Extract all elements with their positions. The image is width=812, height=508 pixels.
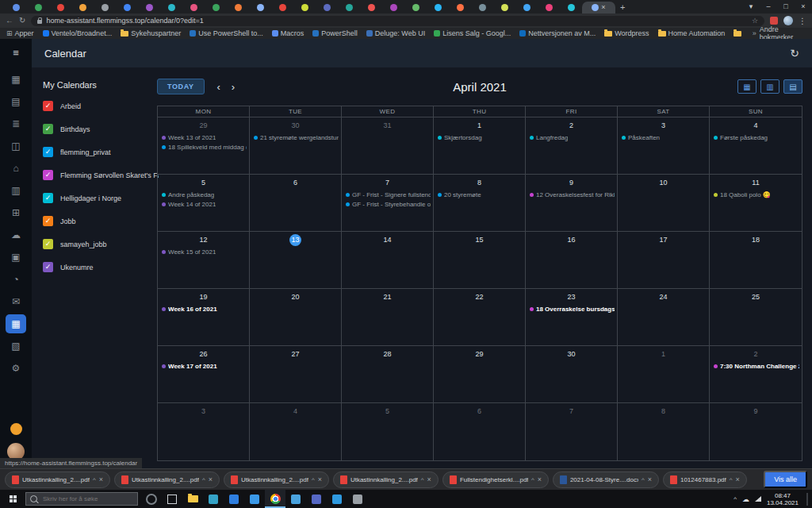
calendar-checkbox[interactable]: ✓	[43, 193, 53, 203]
browser-tab[interactable]	[138, 2, 160, 13]
download-menu-icon[interactable]: ^	[531, 476, 534, 483]
calendar-toggle-item[interactable]: ✓flemming_privat	[43, 147, 159, 157]
minimize-button[interactable]: –	[760, 0, 777, 13]
tab-search-icon[interactable]: ▾	[742, 0, 760, 13]
calendar-day-cell[interactable]: 17	[618, 232, 710, 289]
download-item[interactable]: Fullstendighetserkl....pdf^×	[442, 471, 549, 488]
browser-menu-icon[interactable]: ⋮	[799, 17, 806, 25]
taskbar-camera-icon[interactable]	[347, 490, 368, 508]
calendar-day-cell[interactable]: 3021 styremøte wergelandstunet	[250, 117, 342, 175]
view-month-button[interactable]: ▤	[783, 79, 802, 94]
calendar-day-cell[interactable]: 6	[434, 403, 526, 460]
download-item[interactable]: Utkastinnkalling_2....pdf^×	[5, 471, 110, 488]
calendar-day-cell[interactable]: 27	[250, 346, 342, 403]
download-menu-icon[interactable]: ^	[93, 476, 96, 483]
notification-badge-icon[interactable]	[10, 423, 22, 435]
sidebar-icon-media-browser[interactable]: ▧	[6, 337, 26, 356]
calendar-checkbox[interactable]: ✓	[43, 239, 53, 249]
calendar-day-cell[interactable]: 1118 Qaboli polo 😋	[710, 175, 802, 232]
bookmark-item[interactable]: Tech Blogs	[733, 29, 744, 37]
browser-tab[interactable]	[249, 2, 271, 13]
sidebar-icon-mail[interactable]: ✉	[6, 292, 26, 311]
calendar-day-cell[interactable]: 2318 Overraskelse bursdagsfest til	[526, 289, 618, 346]
browser-tab[interactable]	[49, 2, 71, 13]
bookmark-item[interactable]: Sykehuspartner	[121, 29, 181, 37]
download-dismiss-icon[interactable]: ×	[99, 475, 103, 483]
taskbar-file-explorer-icon[interactable]	[182, 490, 203, 508]
taskbar-vscode-icon[interactable]	[327, 490, 347, 508]
taskbar-photos-icon[interactable]	[285, 490, 306, 508]
profile-avatar[interactable]	[783, 16, 793, 25]
bookmark-item[interactable]: Ventelo/Broadnet...	[43, 29, 113, 37]
tab-close-icon[interactable]: ×	[601, 4, 605, 11]
download-item[interactable]: 2021-04-08-Styre....docx^×	[553, 471, 659, 488]
calendar-event[interactable]: Første påskedag	[710, 133, 802, 142]
bookmark-item[interactable]: PowerShell	[312, 29, 358, 37]
hamburger-menu-icon[interactable]: ≡	[13, 47, 19, 59]
download-dismiss-icon[interactable]: ×	[648, 475, 652, 483]
download-menu-icon[interactable]: ^	[642, 476, 645, 483]
clock[interactable]: 08:47 13.04.2021	[767, 492, 799, 506]
download-dismiss-icon[interactable]: ×	[736, 475, 740, 483]
network-icon[interactable]	[755, 496, 761, 502]
calendar-event[interactable]: Week 17 of 2021	[158, 361, 249, 371]
taskbar-store-icon[interactable]	[224, 490, 244, 508]
calendar-day-cell[interactable]: 3	[158, 403, 250, 460]
calendar-day-cell[interactable]: 5	[342, 403, 434, 460]
calendar-day-cell[interactable]: 5Andre påskedagWeek 14 of 2021	[158, 175, 250, 232]
calendar-day-cell[interactable]: 16	[526, 232, 618, 289]
browser-tab[interactable]	[227, 2, 249, 13]
calendar-day-cell[interactable]: 2Langfredag	[526, 117, 618, 175]
next-month-icon[interactable]: ›	[232, 82, 235, 92]
browser-tab[interactable]	[116, 2, 138, 13]
calendar-checkbox[interactable]: ✓	[43, 262, 53, 272]
browser-tab[interactable]	[538, 2, 560, 13]
calendar-day-cell[interactable]: 1	[618, 346, 710, 403]
sidebar-icon-hacs[interactable]: ⌂	[6, 159, 26, 178]
browser-tab[interactable]	[338, 2, 360, 13]
calendar-day-cell[interactable]: 29	[434, 346, 526, 403]
calendar-day-cell[interactable]: 912 Overaskelsesfest for Rikke	[526, 175, 618, 232]
calendar-day-cell[interactable]: 13	[250, 232, 342, 289]
show-all-downloads-button[interactable]: Vis alle	[764, 471, 807, 488]
calendar-event[interactable]: 18 Spillekveld med middag @ Sar	[158, 142, 249, 152]
calendar-day-cell[interactable]: 27:30 Northman Challenge 2021	[710, 346, 802, 403]
calendar-checkbox[interactable]: ✓	[43, 216, 53, 226]
download-item[interactable]: 1012467883.pdf^×	[663, 471, 747, 488]
calendar-event[interactable]: Skjærtorsdag	[434, 133, 525, 142]
url-text[interactable]: home-assistant.flemmingss.top/calendar/0…	[46, 17, 748, 25]
taskbar-mail-icon[interactable]	[244, 490, 265, 508]
calendar-day-cell[interactable]: 14	[342, 232, 434, 289]
browser-tab[interactable]: ×	[582, 2, 615, 13]
bookmark-item[interactable]: Home Automation	[658, 29, 726, 37]
calendar-day-cell[interactable]: 4	[250, 403, 342, 460]
calendar-day-cell[interactable]: 29Week 13 of 202118 Spillekveld med midd…	[158, 117, 250, 175]
sidebar-icon-map[interactable]: ▤	[6, 92, 26, 111]
browser-tab[interactable]	[515, 2, 538, 13]
new-tab-button[interactable]: +	[620, 2, 625, 13]
calendar-day-cell[interactable]: 30	[526, 346, 618, 403]
sidebar-icon-media[interactable]: ▥	[6, 181, 26, 200]
download-item[interactable]: Utkastinnkalling_2....pdf^×	[333, 471, 439, 488]
calendar-checkbox[interactable]: ✓	[43, 101, 53, 111]
calendar-day-cell[interactable]: 18	[710, 232, 802, 289]
sidebar-icon-settings[interactable]: ⚙	[6, 359, 26, 378]
calendar-day-cell[interactable]: 12Week 15 of 2021	[158, 232, 250, 289]
calendar-event[interactable]: Week 16 of 2021	[158, 304, 249, 314]
download-menu-icon[interactable]: ^	[421, 476, 424, 483]
sidebar-icon-logbook[interactable]: ≣	[6, 114, 26, 133]
extension-icon[interactable]	[770, 17, 778, 25]
taskbar-cortana-icon[interactable]	[141, 490, 162, 508]
download-dismiss-icon[interactable]: ×	[427, 475, 431, 483]
download-dismiss-icon[interactable]: ×	[209, 475, 213, 483]
search-input[interactable]	[41, 495, 132, 503]
view-week-button[interactable]: ▥	[760, 79, 779, 94]
calendar-day-cell[interactable]: 3Påskeaften	[618, 117, 710, 175]
calendar-event[interactable]: Påskeaften	[618, 133, 709, 142]
taskbar-task-view-icon[interactable]	[162, 490, 182, 508]
calendar-day-cell[interactable]: 31	[342, 117, 434, 175]
sidebar-icon-grid[interactable]: ⊞	[6, 203, 26, 222]
calendar-day-cell[interactable]: 9	[710, 403, 802, 460]
bookmark-item[interactable]: ⊞Apper	[6, 29, 34, 37]
calendar-event[interactable]: 18 Overraskelse bursdagsfest til	[526, 304, 617, 314]
